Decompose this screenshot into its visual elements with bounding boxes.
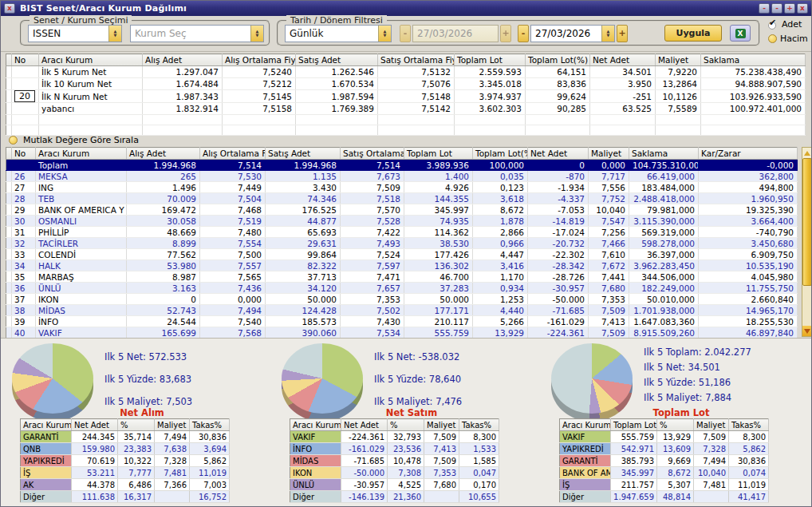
table-row[interactable]: Toplam1.994.9687,5141.994.9687,5143.989.… (6, 160, 798, 171)
table-row[interactable]: BANK OF AME345.9978,67210,0400,074 (560, 467, 769, 479)
table-row[interactable]: GARANTİ244.34535,7147,49430,836 (21, 431, 230, 443)
check-icon: ✔ (768, 20, 778, 30)
scroll-up-icon[interactable] (802, 148, 812, 158)
date-to-decrement-button[interactable]: - (518, 25, 529, 42)
value-cell: 7,509 (589, 305, 629, 316)
sort-toggle[interactable]: Mutlak Değere Göre Sırala (9, 133, 139, 146)
table-row[interactable]: 36ÜNLÜ3.1637,43634.1207,65737.2830,934-3… (6, 283, 798, 294)
table-row[interactable]: 38MİDAS52.7437,494124.4287,502177.1714,4… (6, 305, 798, 316)
column-header[interactable]: Toplam Lot (404, 148, 473, 160)
vertical-scrollbar[interactable] (802, 147, 812, 337)
table-row[interactable]: 27ING1.4967,4493.4307,5094.9260,123-1.93… (6, 182, 798, 193)
column-header: Takas% (729, 419, 769, 431)
table-row[interactable]: 35MARBAŞ8.9877,56537.7137,47146.7001,170… (6, 271, 798, 283)
table-row[interactable]: yabancı1.832.9147,51581.769.3897,51423.6… (6, 103, 806, 115)
mini-header-row: Aracı KurumNet Adet%MaliyetTakas% (21, 419, 230, 431)
table-row[interactable]: Diğer-146.13921,36010,655 (290, 491, 499, 503)
value-cell: -50.000 (528, 294, 589, 305)
column-header[interactable]: Kar/Zarar (699, 148, 798, 160)
close-window-icon[interactable]: x (797, 3, 808, 14)
adet-radio[interactable]: ✔ Adet (768, 19, 802, 30)
n-count-input[interactable]: 20 (14, 90, 35, 102)
value-cell: 159.980 (72, 443, 118, 455)
column-header[interactable]: No (12, 148, 36, 160)
date-from-increment-button[interactable]: + (500, 25, 511, 42)
column-header[interactable]: Alış Ortalama Fiy (200, 148, 266, 160)
column-header[interactable]: Saklama (701, 54, 806, 66)
table-row[interactable]: 26MEKSA2657,5301.1357,6731.4000,035-8707… (6, 171, 798, 182)
table-row[interactable]: 33COLENDİ77.5627,50099.8647,524177.4264,… (6, 249, 798, 260)
hacim-radio[interactable]: Hacim (768, 34, 808, 44)
table-row[interactable]: ÜNLÜ-30.9574,5257,6800,170 (290, 479, 499, 491)
table-row[interactable]: Diğer1.947.65948,81441,417 (560, 491, 769, 503)
value-cell: 10,322 (118, 455, 155, 467)
column-header[interactable]: Satış Adet (266, 148, 341, 160)
value-cell: 7,534 (341, 327, 404, 339)
column-header[interactable]: Toplam Lot(%) (526, 54, 590, 66)
minimize-icon[interactable]: - (759, 3, 770, 14)
table-row[interactable]: İlk 5 Kurum Net1.297.0477,52401.262.5467… (6, 66, 806, 78)
column-header[interactable]: Satış Adet (296, 54, 378, 66)
table-row[interactable]: İŞ211.7575,3077,48111,019 (560, 479, 769, 491)
kurum-select[interactable]: Kurum Seç ▲▼ (130, 25, 264, 42)
column-header[interactable]: Aracı Kurum (39, 54, 143, 66)
table-row[interactable]: YAPIKREDİ70.61910,3227,3285,862 (21, 455, 230, 467)
table-row[interactable]: 32TACİRLER8.8997,55429.6317,49338.5300,9… (6, 238, 798, 249)
table-row[interactable]: 30OSMANLI30.0587,51944.8777,52874.9351,8… (6, 216, 798, 227)
table-row[interactable]: 29BANK OF AMERICA Y169.4727,468176.5257,… (6, 204, 798, 216)
column-header[interactable]: Alış Ortalama Fiyat (223, 54, 296, 66)
date-to-increment-button[interactable]: + (617, 25, 628, 42)
column-header[interactable]: Satış Ortalama Fi (341, 148, 404, 160)
column-header[interactable]: Maliyet (656, 54, 701, 66)
table-row[interactable]: 28TEB70.0097,50474.3467,518144.3553,618-… (6, 193, 798, 204)
spinner-icon[interactable]: ▲▼ (601, 26, 614, 42)
spinner-icon[interactable]: ▲▼ (378, 26, 391, 42)
table-row[interactable]: 37IKON00,00050.0007,35350.0001,253-50.00… (6, 294, 798, 305)
maximize-icon[interactable]: + (784, 3, 795, 14)
date-from-field[interactable]: 27/03/2026 (412, 25, 499, 42)
column-header[interactable]: Toplam Lot(% (473, 148, 528, 160)
table-row[interactable]: İŞ53.2117,7777,48111,019 (21, 467, 230, 479)
scroll-down-icon[interactable] (802, 326, 812, 336)
date-to-field[interactable]: 27/03/2026 ▲▼ (530, 25, 615, 42)
close-icon[interactable]: x (4, 3, 15, 14)
table-row[interactable]: AK44.3786,4867,3667,003 (21, 479, 230, 491)
column-header[interactable]: Toplam Lot (455, 54, 526, 66)
table-row[interactable]: 40VAKIF165.6997,568390.0607,534555.75913… (6, 327, 798, 339)
scrollbar-thumb[interactable] (802, 158, 812, 286)
spinner-icon[interactable]: ▲▼ (250, 26, 263, 42)
column-header[interactable]: Maliyet (589, 148, 629, 160)
excel-export-button[interactable]: X (730, 25, 751, 42)
column-header[interactable]: Net Adet (528, 148, 589, 160)
table-row[interactable]: MİDAS-71.68510,4787,5091,585 (290, 455, 499, 467)
column-header[interactable]: Net Adet (590, 54, 656, 66)
value-cell: 99.864 (266, 249, 341, 260)
apply-button[interactable]: Uygula (664, 25, 722, 42)
value-cell: 1.987.343 (143, 90, 223, 103)
column-header[interactable]: Saklama (629, 148, 699, 160)
period-select[interactable]: Günlük ▲▼ (285, 25, 392, 42)
column-header[interactable]: Satış Ortalama Fiyat (378, 54, 455, 66)
table-row[interactable]: QNB159.98023,3837,6383,694 (21, 443, 230, 455)
spinner-icon[interactable]: ▲▼ (108, 26, 121, 42)
restore-icon[interactable]: - (771, 3, 782, 14)
table-row[interactable]: 34HALK53.9807,55782.3227,597136.3023,416… (6, 260, 798, 271)
date-from-decrement-button[interactable]: - (400, 25, 411, 42)
table-row[interactable]: 20İlk N Kurum Net1.987.3437,51451.987.59… (6, 90, 806, 103)
table-row[interactable]: İNFO-161.02923,5367,4131,533 (290, 443, 499, 455)
column-header[interactable]: No (12, 54, 39, 66)
table-row[interactable]: GARANTİ385.7939,6697,49430,836 (560, 455, 769, 467)
table-row[interactable]: IKON-50.0007,3087,3530,047 (290, 467, 499, 479)
table-row[interactable]: İlk 10 Kurum Net1.674.4847,52121.670.534… (6, 78, 806, 90)
table-row[interactable]: 31PHİLLİP48.6697,48065.6937,422114.3622,… (6, 227, 798, 238)
table-row[interactable]: Diğer111.63816,31716,752 (21, 491, 230, 503)
senet-select[interactable]: ISSEN ▲▼ (28, 25, 122, 42)
table-row[interactable]: 39İNFO24.5447,540185.5737,430210.1175,26… (6, 316, 798, 327)
table-row[interactable]: VAKIF-224.36132,7937,5098,300 (290, 431, 499, 443)
table-row[interactable]: VAKIF555.75913,9297,5098,300 (560, 431, 769, 443)
column-header[interactable]: Alış Adet (143, 54, 223, 66)
table-row[interactable]: YAPIKREDİ542.97113,6097,3285,862 (560, 443, 769, 455)
column-header[interactable]: Aracı Kurum (36, 148, 127, 160)
column-header[interactable]: Alış Adet (127, 148, 200, 160)
value-cell: 1,585 (459, 455, 499, 467)
